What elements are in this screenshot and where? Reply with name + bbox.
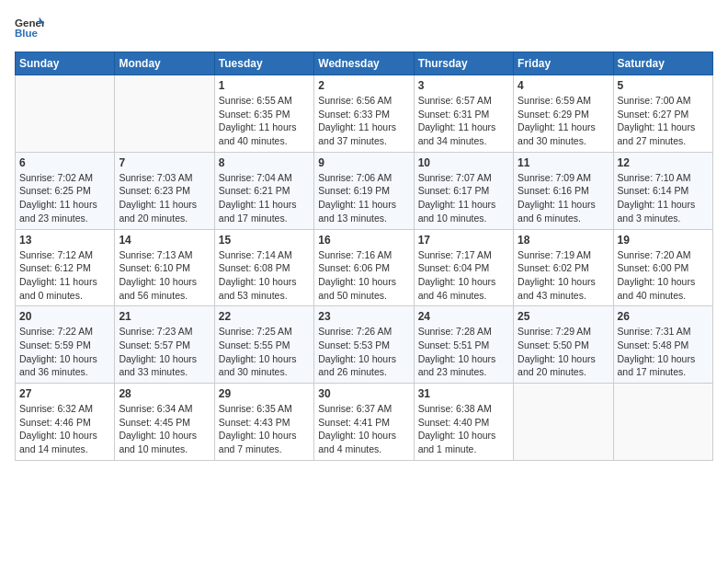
day-info: Sunrise: 7:10 AM Sunset: 6:14 PM Dayligh… (618, 171, 709, 225)
calendar-cell: 24Sunrise: 7:28 AM Sunset: 5:51 PM Dayli… (414, 306, 513, 384)
calendar-week-row: 6Sunrise: 7:02 AM Sunset: 6:25 PM Daylig… (16, 152, 713, 229)
calendar-week-row: 27Sunrise: 6:32 AM Sunset: 4:46 PM Dayli… (16, 384, 713, 461)
day-number: 20 (19, 310, 110, 323)
day-number: 3 (418, 79, 509, 92)
day-info: Sunrise: 7:12 AM Sunset: 6:12 PM Dayligh… (19, 248, 110, 303)
day-info: Sunrise: 7:02 AM Sunset: 6:25 PM Dayligh… (19, 171, 110, 225)
day-number: 12 (618, 156, 709, 169)
calendar-cell: 1Sunrise: 6:55 AM Sunset: 6:35 PM Daylig… (214, 75, 313, 153)
calendar-cell: 5Sunrise: 7:00 AM Sunset: 6:27 PM Daylig… (613, 75, 712, 153)
day-number: 2 (318, 79, 409, 92)
day-info: Sunrise: 7:20 AM Sunset: 6:00 PM Dayligh… (618, 248, 709, 303)
calendar-header-row: SundayMondayTuesdayWednesdayThursdayFrid… (16, 52, 713, 75)
day-number: 5 (618, 79, 709, 92)
day-info: Sunrise: 6:37 AM Sunset: 4:41 PM Dayligh… (318, 402, 409, 456)
day-info: Sunrise: 7:23 AM Sunset: 5:57 PM Dayligh… (119, 325, 210, 379)
calendar-week-row: 20Sunrise: 7:22 AM Sunset: 5:59 PM Dayli… (16, 306, 713, 384)
calendar-cell: 7Sunrise: 7:03 AM Sunset: 6:23 PM Daylig… (115, 152, 214, 229)
calendar-cell: 18Sunrise: 7:19 AM Sunset: 6:02 PM Dayli… (514, 229, 613, 306)
calendar-cell: 19Sunrise: 7:20 AM Sunset: 6:00 PM Dayli… (613, 229, 712, 306)
day-number: 16 (318, 234, 409, 247)
day-info: Sunrise: 7:07 AM Sunset: 6:17 PM Dayligh… (418, 171, 509, 225)
svg-text:Blue: Blue (15, 28, 39, 39)
day-number: 1 (219, 79, 310, 92)
day-info: Sunrise: 7:22 AM Sunset: 5:59 PM Dayligh… (19, 325, 110, 379)
calendar-table: SundayMondayTuesdayWednesdayThursdayFrid… (15, 52, 713, 461)
calendar-cell: 27Sunrise: 6:32 AM Sunset: 4:46 PM Dayli… (16, 384, 115, 461)
day-info: Sunrise: 6:34 AM Sunset: 4:45 PM Dayligh… (119, 402, 210, 456)
calendar-cell: 9Sunrise: 7:06 AM Sunset: 6:19 PM Daylig… (314, 152, 414, 229)
logo: General Blue (15, 15, 44, 40)
calendar-cell: 15Sunrise: 7:14 AM Sunset: 6:08 PM Dayli… (214, 229, 313, 306)
logo-icon: General Blue (15, 15, 44, 40)
day-number: 29 (219, 387, 310, 400)
calendar-cell: 4Sunrise: 6:59 AM Sunset: 6:29 PM Daylig… (514, 75, 613, 153)
day-number: 26 (618, 310, 709, 323)
day-number: 10 (418, 156, 509, 169)
calendar-cell: 2Sunrise: 6:56 AM Sunset: 6:33 PM Daylig… (314, 75, 414, 153)
day-info: Sunrise: 7:29 AM Sunset: 5:50 PM Dayligh… (518, 325, 609, 379)
day-number: 6 (19, 156, 110, 169)
calendar-cell: 28Sunrise: 6:34 AM Sunset: 4:45 PM Dayli… (115, 384, 214, 461)
calendar-cell: 29Sunrise: 6:35 AM Sunset: 4:43 PM Dayli… (214, 384, 313, 461)
calendar-cell: 10Sunrise: 7:07 AM Sunset: 6:17 PM Dayli… (414, 152, 513, 229)
day-info: Sunrise: 7:06 AM Sunset: 6:19 PM Dayligh… (318, 171, 409, 225)
day-info: Sunrise: 6:57 AM Sunset: 6:31 PM Dayligh… (418, 94, 509, 148)
day-number: 9 (318, 156, 409, 169)
day-info: Sunrise: 6:38 AM Sunset: 4:40 PM Dayligh… (418, 402, 509, 456)
day-info: Sunrise: 7:14 AM Sunset: 6:08 PM Dayligh… (219, 248, 310, 303)
calendar-cell (115, 75, 214, 153)
calendar-cell: 14Sunrise: 7:13 AM Sunset: 6:10 PM Dayli… (115, 229, 214, 306)
calendar-cell: 23Sunrise: 7:26 AM Sunset: 5:53 PM Dayli… (314, 306, 414, 384)
day-number: 11 (518, 156, 609, 169)
calendar-day-header: Saturday (613, 52, 712, 75)
day-info: Sunrise: 6:32 AM Sunset: 4:46 PM Dayligh… (19, 402, 110, 456)
calendar-cell (514, 384, 613, 461)
day-info: Sunrise: 7:16 AM Sunset: 6:06 PM Dayligh… (318, 248, 409, 303)
calendar-cell: 8Sunrise: 7:04 AM Sunset: 6:21 PM Daylig… (214, 152, 313, 229)
day-number: 30 (318, 387, 409, 400)
day-number: 23 (318, 310, 409, 323)
calendar-week-row: 13Sunrise: 7:12 AM Sunset: 6:12 PM Dayli… (16, 229, 713, 306)
day-info: Sunrise: 6:35 AM Sunset: 4:43 PM Dayligh… (219, 402, 310, 456)
calendar-cell (613, 384, 712, 461)
day-info: Sunrise: 7:19 AM Sunset: 6:02 PM Dayligh… (518, 248, 609, 303)
calendar-cell: 26Sunrise: 7:31 AM Sunset: 5:48 PM Dayli… (613, 306, 712, 384)
calendar-cell: 31Sunrise: 6:38 AM Sunset: 4:40 PM Dayli… (414, 384, 513, 461)
calendar-day-header: Monday (115, 52, 214, 75)
day-info: Sunrise: 7:03 AM Sunset: 6:23 PM Dayligh… (119, 171, 210, 225)
calendar-week-row: 1Sunrise: 6:55 AM Sunset: 6:35 PM Daylig… (16, 75, 713, 153)
calendar-day-header: Tuesday (214, 52, 313, 75)
day-number: 24 (418, 310, 509, 323)
day-number: 19 (618, 234, 709, 247)
calendar-cell: 25Sunrise: 7:29 AM Sunset: 5:50 PM Dayli… (514, 306, 613, 384)
calendar-cell: 22Sunrise: 7:25 AM Sunset: 5:55 PM Dayli… (214, 306, 313, 384)
calendar-day-header: Thursday (414, 52, 513, 75)
day-number: 4 (518, 79, 609, 92)
calendar-cell: 3Sunrise: 6:57 AM Sunset: 6:31 PM Daylig… (414, 75, 513, 153)
calendar-cell: 20Sunrise: 7:22 AM Sunset: 5:59 PM Dayli… (16, 306, 115, 384)
day-number: 15 (219, 234, 310, 247)
calendar-cell: 6Sunrise: 7:02 AM Sunset: 6:25 PM Daylig… (16, 152, 115, 229)
calendar-cell: 17Sunrise: 7:17 AM Sunset: 6:04 PM Dayli… (414, 229, 513, 306)
day-number: 8 (219, 156, 310, 169)
calendar-cell: 12Sunrise: 7:10 AM Sunset: 6:14 PM Dayli… (613, 152, 712, 229)
day-number: 17 (418, 234, 509, 247)
day-info: Sunrise: 7:00 AM Sunset: 6:27 PM Dayligh… (618, 94, 709, 148)
day-info: Sunrise: 6:56 AM Sunset: 6:33 PM Dayligh… (318, 94, 409, 148)
page-header: General Blue (15, 15, 713, 40)
day-number: 7 (119, 156, 210, 169)
calendar-cell: 30Sunrise: 6:37 AM Sunset: 4:41 PM Dayli… (314, 384, 414, 461)
day-info: Sunrise: 7:13 AM Sunset: 6:10 PM Dayligh… (119, 248, 210, 303)
day-info: Sunrise: 7:28 AM Sunset: 5:51 PM Dayligh… (418, 325, 509, 379)
calendar-day-header: Wednesday (314, 52, 414, 75)
calendar-cell: 11Sunrise: 7:09 AM Sunset: 6:16 PM Dayli… (514, 152, 613, 229)
day-number: 14 (119, 234, 210, 247)
day-number: 27 (19, 387, 110, 400)
calendar-cell (16, 75, 115, 153)
calendar-cell: 21Sunrise: 7:23 AM Sunset: 5:57 PM Dayli… (115, 306, 214, 384)
calendar-cell: 16Sunrise: 7:16 AM Sunset: 6:06 PM Dayli… (314, 229, 414, 306)
day-number: 21 (119, 310, 210, 323)
day-number: 25 (518, 310, 609, 323)
day-info: Sunrise: 7:09 AM Sunset: 6:16 PM Dayligh… (518, 171, 609, 225)
